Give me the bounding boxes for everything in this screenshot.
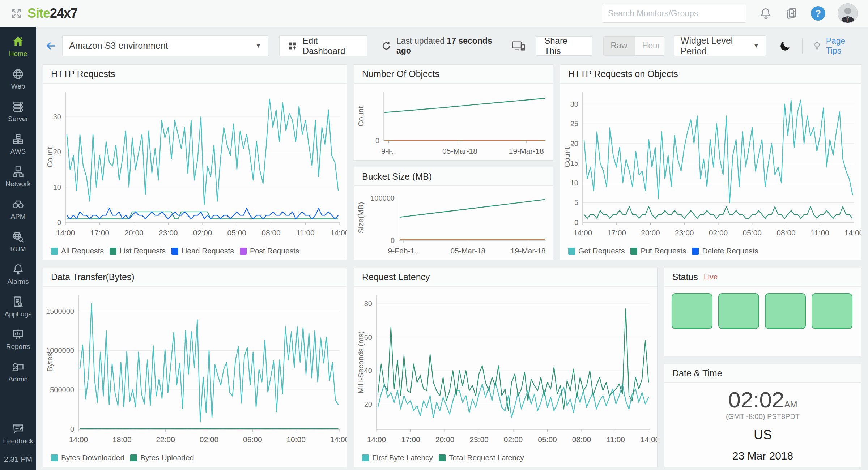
chevron-down-icon: ▼ — [255, 42, 261, 50]
sidebar-item-label: Admin — [8, 375, 28, 383]
svg-text:9-Feb-1..: 9-Feb-1.. — [388, 247, 419, 255]
legend-swatch — [171, 248, 178, 255]
legend-item[interactable]: Head Requests — [171, 247, 234, 255]
tasks-icon[interactable] — [785, 7, 799, 20]
notifications-bell-icon[interactable] — [759, 7, 773, 20]
legend-item[interactable]: Bytes Uploaded — [130, 453, 194, 462]
svg-text:10: 10 — [570, 179, 578, 187]
legend-item[interactable]: All Requests — [51, 247, 104, 255]
http-requests-chart: 010203014:0017:0020:0023:0002:0005:0008:… — [43, 84, 347, 242]
page-tips-label: Page Tips — [826, 36, 861, 56]
applogs-icon — [12, 295, 25, 308]
svg-text:14:00: 14:00 — [844, 228, 861, 237]
sidebar-item-label: Alarms — [7, 278, 29, 286]
svg-text:08:00: 08:00 — [261, 228, 281, 237]
legend-label: Put Requests — [641, 247, 686, 255]
legend-item[interactable]: List Requests — [110, 247, 166, 255]
svg-text:20:00: 20:00 — [435, 435, 455, 444]
legend-item[interactable]: Put Requests — [630, 247, 686, 255]
sidebar-item-apm[interactable]: APM — [10, 198, 25, 221]
bucket-size-chart: 01000009-Feb-1..05-Mar-1819-Mar-18Size(M… — [354, 186, 553, 260]
svg-text:0: 0 — [391, 236, 395, 244]
svg-text:14:00: 14:00 — [69, 435, 88, 444]
chart-legend: Bytes DownloadedBytes Uploaded — [43, 449, 347, 467]
svg-text:Milli-Seconds (ms): Milli-Seconds (ms) — [357, 331, 365, 394]
legend-swatch — [439, 454, 446, 461]
status-tile-up[interactable] — [765, 293, 806, 329]
sidebar-item-rum[interactable]: RUM — [10, 230, 26, 253]
panel-title: Number Of Objects — [362, 69, 439, 79]
svg-text:02:00: 02:00 — [193, 228, 212, 237]
legend-label: Delete Requests — [702, 247, 758, 255]
svg-text:23:00: 23:00 — [675, 228, 694, 237]
legend-swatch — [51, 248, 58, 255]
request-latency-chart: 2040608014:0017:0020:0023:0002:0005:0008… — [354, 287, 657, 449]
svg-text:11:00: 11:00 — [607, 435, 625, 444]
sidebar-item-label: Server — [8, 115, 28, 123]
legend-label: Total Request Latency — [449, 453, 524, 462]
panel-title: Status — [672, 272, 698, 282]
legend-item[interactable]: Total Request Latency — [439, 453, 524, 462]
sidebar-item-applogs[interactable]: AppLogs — [4, 295, 31, 318]
legend-item[interactable]: Bytes Downloaded — [51, 453, 124, 462]
svg-text:Count: Count — [46, 147, 54, 167]
raw-hour-toggle: Raw Hour — [603, 36, 664, 56]
back-arrow-icon[interactable] — [45, 40, 57, 52]
sidebar-item-alarms[interactable]: Alarms — [7, 263, 29, 286]
refresh-icon[interactable] — [381, 40, 391, 51]
panel-title: Request Latency — [362, 272, 430, 282]
svg-text:5: 5 — [574, 198, 578, 206]
widget-level-period-dropdown[interactable]: Widget Level Period ▼ — [674, 35, 766, 56]
share-this-button[interactable]: Share This — [536, 36, 592, 56]
expand-icon[interactable] — [11, 8, 22, 19]
edit-dashboard-button[interactable]: Edit Dashboard — [279, 35, 367, 56]
panel-number-of-objects: Number Of Objects 09-F..05-Mar-1819-Mar-… — [354, 64, 553, 161]
sidebar-item-admin[interactable]: Admin — [8, 360, 28, 383]
dark-mode-moon-icon[interactable] — [779, 39, 791, 52]
monitor-group-value: Amazon S3 environment — [69, 40, 168, 51]
web-globe-icon — [12, 68, 25, 81]
toggle-raw[interactable]: Raw — [604, 37, 635, 55]
legend-swatch — [130, 454, 137, 461]
page-tips-link[interactable]: Page Tips — [812, 36, 861, 56]
top-bar: Site24x7 ? — [0, 0, 868, 27]
svg-text:05:00: 05:00 — [743, 228, 762, 237]
monitor-group-dropdown[interactable]: Amazon S3 environment ▼ — [62, 35, 268, 56]
svg-text:19-Mar-18: 19-Mar-18 — [509, 147, 544, 155]
aws-cubes-icon — [12, 133, 25, 146]
devices-icon[interactable] — [511, 39, 526, 52]
svg-text:500000: 500000 — [50, 386, 74, 394]
help-icon[interactable]: ? — [811, 6, 825, 21]
sidebar-item-home[interactable]: Home — [9, 35, 27, 58]
status-tile-up[interactable] — [672, 293, 712, 329]
user-avatar[interactable] — [838, 3, 858, 24]
panel-title: Data Transfer(Bytes) — [51, 272, 135, 282]
search-input[interactable] — [602, 4, 746, 23]
legend-swatch — [51, 454, 58, 461]
sidebar-item-aws[interactable]: AWS — [10, 133, 26, 155]
panel-header: HTTP Requests — [43, 65, 347, 84]
alarms-bell-icon — [12, 263, 25, 276]
status-tile-up[interactable] — [718, 293, 759, 329]
legend-swatch — [630, 248, 637, 255]
panel-header: Status Live — [664, 268, 861, 287]
status-tile-up[interactable] — [812, 293, 852, 329]
svg-text:18:00: 18:00 — [112, 435, 132, 444]
panel-date-time: Date & Time 02:02AM (GMT -8:00) PST8PDT … — [664, 364, 861, 467]
sidebar-item-reports[interactable]: Reports — [6, 328, 30, 351]
sidebar-item-feedback[interactable]: Feedback — [3, 422, 33, 445]
admin-icon — [12, 360, 25, 373]
chart-legend: First Byte LatencyTotal Request Latency — [354, 449, 657, 467]
legend-item[interactable]: Post Requests — [240, 247, 299, 255]
svg-text:25: 25 — [570, 120, 578, 128]
svg-text:17:00: 17:00 — [90, 228, 109, 237]
sidebar-item-server[interactable]: Server — [8, 100, 28, 123]
legend-item[interactable]: Get Requests — [568, 247, 625, 255]
sidebar-item-network[interactable]: Network — [5, 165, 31, 188]
toggle-hour[interactable]: Hour — [635, 37, 664, 55]
sidebar-item-label: Web — [11, 82, 25, 90]
sidebar-item-web[interactable]: Web — [11, 68, 25, 90]
legend-label: List Requests — [120, 247, 166, 255]
legend-item[interactable]: First Byte Latency — [362, 453, 433, 462]
legend-item[interactable]: Delete Requests — [692, 247, 758, 255]
